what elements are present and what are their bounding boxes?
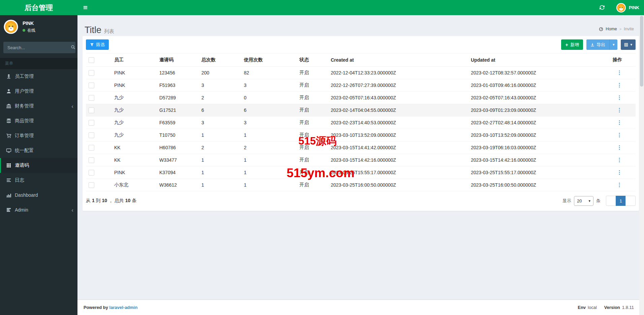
cell-employee: 九少 bbox=[111, 129, 157, 141]
page-scrollbar[interactable] bbox=[639, 15, 644, 315]
menu-item-label: 统一配置 bbox=[15, 148, 73, 154]
menu-item-icon bbox=[6, 118, 11, 124]
row-checkbox[interactable] bbox=[89, 95, 94, 101]
cell-created-at: 2023-02-23T14:40:53.000000Z bbox=[328, 117, 468, 129]
cell-used: 3 bbox=[241, 117, 297, 129]
pagination-summary: 从 1 到 10 ， 总共 10 条 bbox=[86, 198, 136, 204]
table-row: KK H60786 2 2 开启 2023-03-15T14:41:42.000… bbox=[86, 141, 636, 154]
dashboard-icon bbox=[599, 27, 603, 31]
row-checkbox[interactable] bbox=[89, 182, 94, 188]
sidebar-user-status: 在线 bbox=[23, 28, 35, 33]
sidebar-item[interactable]: 邀请码 ‹ bbox=[0, 158, 77, 173]
row-actions-button[interactable]: ⋮ bbox=[617, 132, 622, 138]
cell-employee: 九少 bbox=[111, 117, 157, 129]
add-button[interactable]: + 新增 bbox=[561, 39, 583, 50]
row-checkbox[interactable] bbox=[89, 83, 94, 88]
row-actions-button[interactable]: ⋮ bbox=[617, 182, 622, 188]
navbar: PINK bbox=[77, 0, 644, 15]
cell-code: F51963 bbox=[157, 79, 199, 92]
row-actions-button[interactable]: ⋮ bbox=[617, 83, 622, 88]
refresh-button[interactable] bbox=[596, 0, 608, 15]
sidebar-toggle-button[interactable] bbox=[77, 0, 93, 15]
cell-status: 开启 bbox=[297, 179, 328, 191]
row-actions-button[interactable]: ⋮ bbox=[617, 107, 622, 113]
sidebar-item[interactable]: 日志 ‹ bbox=[0, 173, 77, 188]
user-menu[interactable]: PINK bbox=[615, 0, 641, 15]
breadcrumb-home-link[interactable]: Home bbox=[606, 27, 617, 31]
cell-total: 2 bbox=[199, 92, 241, 104]
cell-status: 开启 bbox=[297, 67, 328, 79]
scrollbar-thumb[interactable] bbox=[640, 16, 643, 87]
cell-created-at: 2023-02-14T04:04:55.000000Z bbox=[328, 104, 468, 117]
column-selector-button[interactable]: ▾ bbox=[621, 39, 636, 50]
per-page-select[interactable]: 20 ▾ bbox=[574, 196, 593, 206]
online-status-label: 在线 bbox=[27, 28, 35, 33]
row-actions-button[interactable]: ⋮ bbox=[617, 95, 622, 100]
menu-item-label: 用户管理 bbox=[15, 88, 73, 94]
sidebar-item[interactable]: 商品管理 ‹ bbox=[0, 114, 77, 128]
filter-button[interactable]: 筛选 bbox=[86, 39, 109, 50]
app-logo[interactable]: 后台管理 bbox=[0, 0, 77, 15]
sidebar-item[interactable]: 统一配置 ‹ bbox=[0, 143, 77, 158]
cell-updated-at: 2023-02-12T08:32:57.000000Z bbox=[468, 67, 569, 79]
per-page-label: 显示 bbox=[562, 198, 571, 204]
menu-item-label: 员工管理 bbox=[15, 73, 73, 80]
grid-icon bbox=[624, 43, 628, 47]
sidebar-item[interactable]: 员工管理 ‹ bbox=[0, 69, 77, 84]
cell-total: 1 bbox=[199, 154, 241, 166]
chevron-left-icon: ‹ bbox=[71, 207, 73, 213]
sidebar-item[interactable]: Dashboard ‹ bbox=[0, 188, 77, 202]
menu-item-icon bbox=[6, 103, 11, 109]
table-row: PINK K37094 1 1 开启 2023-03-25T15:55:17.0… bbox=[86, 166, 636, 179]
row-checkbox[interactable] bbox=[89, 170, 94, 176]
cell-code: W33477 bbox=[157, 154, 199, 166]
sidebar-item[interactable]: 订单管理 ‹ bbox=[0, 128, 77, 143]
pager-prev-button[interactable] bbox=[606, 196, 616, 206]
sidebar-user-name: PINK bbox=[23, 21, 35, 26]
search-input[interactable] bbox=[3, 42, 71, 53]
row-checkbox[interactable] bbox=[89, 132, 94, 138]
version-label: Version bbox=[604, 305, 620, 310]
export-button[interactable]: 导出 bbox=[586, 39, 609, 50]
menu-item-icon bbox=[6, 207, 11, 213]
row-checkbox[interactable] bbox=[89, 70, 94, 76]
pager-next-button[interactable] bbox=[625, 196, 636, 206]
menu-item-icon bbox=[6, 89, 11, 94]
cell-status: 开启 bbox=[297, 104, 328, 117]
row-actions-button[interactable]: ⋮ bbox=[617, 70, 622, 75]
row-actions-button[interactable]: ⋮ bbox=[617, 145, 622, 150]
menu-header: 菜单 bbox=[0, 58, 77, 69]
sidebar-item[interactable]: 用户管理 ‹ bbox=[0, 84, 77, 99]
caret-down-icon: ▾ bbox=[630, 43, 632, 46]
table-row: KK W33477 1 1 开启 2023-03-15T14:42:16.000… bbox=[86, 154, 636, 166]
env-value: local bbox=[588, 305, 597, 310]
sidebar-item[interactable]: Admin ‹ bbox=[0, 202, 77, 217]
select-all-checkbox[interactable] bbox=[89, 57, 94, 63]
pager-page-1[interactable]: 1 bbox=[616, 196, 626, 206]
row-checkbox[interactable] bbox=[89, 120, 94, 126]
sidebar-search bbox=[3, 42, 74, 53]
row-checkbox[interactable] bbox=[89, 107, 94, 113]
version-value: 1.8.11 bbox=[622, 305, 634, 310]
column-header-status: 状态 bbox=[297, 54, 328, 67]
row-checkbox[interactable] bbox=[89, 157, 94, 163]
row-checkbox[interactable] bbox=[89, 145, 94, 151]
sidebar-item[interactable]: 财务管理 ‹ bbox=[0, 99, 77, 114]
sidebar-user-panel: PINK 在线 bbox=[0, 15, 77, 38]
env-label: Env bbox=[578, 305, 586, 310]
menu-item-icon bbox=[6, 148, 11, 153]
row-actions-button[interactable]: ⋮ bbox=[617, 120, 622, 125]
filter-button-label: 筛选 bbox=[96, 42, 105, 48]
cell-updated-at: 2023-03-25T16:00:50.000000Z bbox=[468, 179, 569, 191]
chevron-left-icon: ‹ bbox=[71, 103, 73, 109]
row-actions-button[interactable]: ⋮ bbox=[617, 170, 622, 175]
table-row: 小东北 W36612 1 1 开启 2023-03-25T16:00:50.00… bbox=[86, 179, 636, 191]
cell-total: 1 bbox=[199, 166, 241, 179]
powered-by-label: Powered by bbox=[84, 305, 108, 310]
row-actions-button[interactable]: ⋮ bbox=[617, 157, 622, 163]
search-button[interactable] bbox=[71, 42, 75, 53]
laravel-admin-link[interactable]: laravel-admin bbox=[109, 305, 138, 310]
export-dropdown-button[interactable]: ▾ bbox=[609, 39, 618, 50]
cell-created-at: 2023-03-15T14:41:42.000000Z bbox=[328, 141, 468, 154]
cell-employee: PINK bbox=[111, 166, 157, 179]
